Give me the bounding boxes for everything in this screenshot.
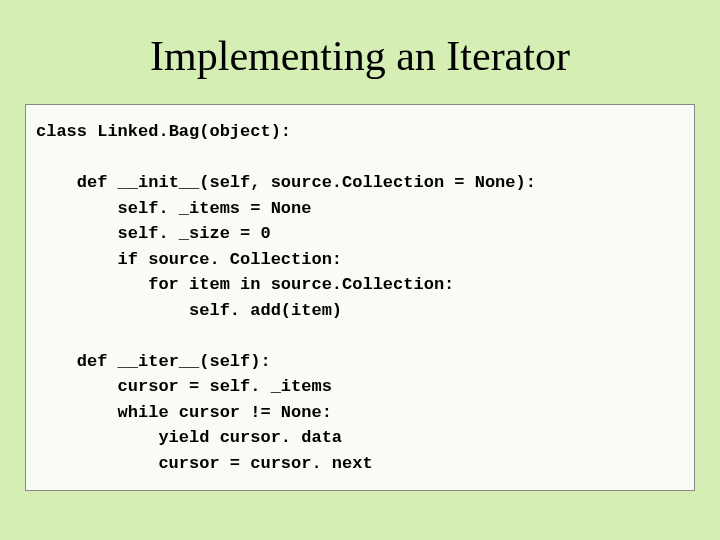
code-text: cursor != None: — [169, 403, 332, 422]
code-text: Linked.Bag(object): — [87, 122, 291, 141]
kw-def: def — [36, 173, 107, 192]
kw-while: while — [36, 403, 169, 422]
kw-class: class — [36, 122, 87, 141]
code-text: cursor = cursor. next — [36, 454, 373, 473]
slide-title: Implementing an Iterator — [0, 32, 720, 80]
code-text: source.Collection: — [260, 275, 454, 294]
kw-yield: yield — [36, 428, 209, 447]
code-text: cursor = self. _items — [36, 377, 332, 396]
kw-def: def — [36, 352, 107, 371]
kw-for: for — [36, 275, 179, 294]
code-text: self. add(item) — [36, 301, 342, 320]
kw-in: in — [240, 275, 260, 294]
code-text: self. _items = None — [36, 199, 311, 218]
code-block: class Linked.Bag(object): def __init__(s… — [25, 104, 695, 491]
code-text: cursor. data — [209, 428, 342, 447]
code-text: self. _size = 0 — [36, 224, 271, 243]
code-text: source. Collection: — [138, 250, 342, 269]
slide: Implementing an Iterator class Linked.Ba… — [0, 32, 720, 540]
code-text: __init__(self, source.Collection = None)… — [107, 173, 535, 192]
kw-if: if — [36, 250, 138, 269]
code-text: item — [179, 275, 240, 294]
code-text: __iter__(self): — [107, 352, 270, 371]
